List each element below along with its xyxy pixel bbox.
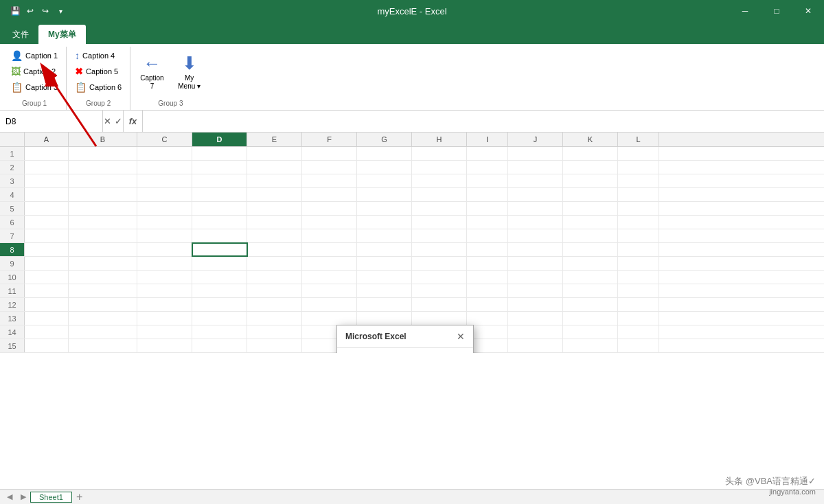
cell-L5[interactable] [618,202,659,215]
col-header-c[interactable]: C [137,133,192,146]
row-number-6[interactable]: 6 [0,216,25,229]
cell-H1[interactable] [412,147,467,160]
cell-H11[interactable] [412,284,467,297]
cell-B2[interactable] [69,161,137,174]
cell-L4[interactable] [618,188,659,201]
cell-K4[interactable] [563,188,618,201]
row-number-13[interactable]: 13 [0,312,25,325]
cell-K13[interactable] [563,312,618,325]
col-header-d[interactable]: D [192,133,247,146]
cell-E14[interactable] [247,325,302,339]
cell-H12[interactable] [412,298,467,311]
cell-L7[interactable] [618,229,659,242]
cell-L14[interactable] [618,325,659,339]
col-header-g[interactable]: G [357,133,412,146]
caption4-btn[interactable]: ↕ Caption 4 [71,48,126,63]
cell-E2[interactable] [247,161,302,174]
cell-J10[interactable] [508,271,563,284]
cell-J9[interactable] [508,257,563,270]
cell-G1[interactable] [357,147,412,160]
cell-J3[interactable] [508,174,563,187]
maximize-btn[interactable]: □ [761,0,792,22]
cell-A13[interactable] [25,312,69,325]
caption1-btn[interactable]: 👤 Caption 1 [7,48,62,63]
cell-D6[interactable] [192,216,247,229]
col-header-b[interactable]: B [69,133,137,146]
row-number-3[interactable]: 3 [0,174,25,187]
function-icon[interactable]: fx [124,111,143,132]
cell-C7[interactable] [137,229,192,242]
minimize-btn[interactable]: ─ [729,0,761,22]
cell-H4[interactable] [412,188,467,201]
cell-D12[interactable] [192,298,247,311]
cell-E11[interactable] [247,284,302,297]
cell-B1[interactable] [69,147,137,160]
cell-G13[interactable] [357,312,412,325]
dialog-close-btn[interactable]: ✕ [454,330,468,343]
cell-J11[interactable] [508,284,563,297]
qa-save-btn[interactable]: 💾 [8,4,22,18]
cell-B14[interactable] [69,325,137,339]
qa-undo-btn[interactable]: ↩ [23,4,37,18]
cell-A3[interactable] [25,174,69,187]
cell-K10[interactable] [563,271,618,284]
cell-D10[interactable] [192,271,247,284]
cell-K1[interactable] [563,147,618,160]
cell-E9[interactable] [247,257,302,270]
row-number-4[interactable]: 4 [0,188,25,201]
quick-access-toolbar[interactable]: 💾 ↩ ↪ ▾ [5,4,70,18]
add-sheet-btn[interactable]: + [76,491,82,503]
row-number-12[interactable]: 12 [0,298,25,311]
cell-F7[interactable] [302,229,357,242]
cell-F8[interactable] [302,243,357,256]
qa-dropdown-btn[interactable]: ▾ [54,4,67,18]
cell-H2[interactable] [412,161,467,174]
cell-D7[interactable] [192,229,247,242]
cell-I12[interactable] [467,298,508,311]
cell-A8[interactable] [25,243,69,256]
cell-E7[interactable] [247,229,302,242]
confirm-icon[interactable]: ✓ [115,111,124,132]
formula-input[interactable] [143,117,824,126]
cell-H10[interactable] [412,271,467,284]
close-btn[interactable]: ✕ [792,0,824,22]
row-number-8[interactable]: 8 [0,243,25,256]
cell-K8[interactable] [563,243,618,256]
cell-G7[interactable] [357,229,412,242]
sheet-scroll-left[interactable]: ◀ [3,492,16,501]
caption7-btn[interactable]: ← Caption7 [135,48,169,96]
cell-K15[interactable] [563,339,618,352]
cell-G5[interactable] [357,202,412,215]
cell-E6[interactable] [247,216,302,229]
mymenu-btn[interactable]: ⬇ MyMenu ▾ [172,48,207,96]
cell-D8[interactable] [192,243,247,256]
cell-H13[interactable] [412,312,467,325]
col-header-e[interactable]: E [247,133,302,146]
cell-L8[interactable] [618,243,659,256]
cell-C9[interactable] [137,257,192,270]
row-number-5[interactable]: 5 [0,202,25,215]
cell-H5[interactable] [412,202,467,215]
row-number-14[interactable]: 14 [0,325,25,339]
cell-A2[interactable] [25,161,69,174]
row-number-7[interactable]: 7 [0,229,25,242]
cell-D3[interactable] [192,174,247,187]
cell-G12[interactable] [357,298,412,311]
cell-F12[interactable] [302,298,357,311]
cell-E1[interactable] [247,147,302,160]
cell-F3[interactable] [302,174,357,187]
cell-I11[interactable] [467,284,508,297]
cell-K11[interactable] [563,284,618,297]
row-number-2[interactable]: 2 [0,161,25,174]
cell-F13[interactable] [302,312,357,325]
col-header-h[interactable]: H [412,133,467,146]
col-header-i[interactable]: I [467,133,508,146]
cell-A7[interactable] [25,229,69,242]
cell-L10[interactable] [618,271,659,284]
cell-C11[interactable] [137,284,192,297]
row-number-10[interactable]: 10 [0,271,25,284]
sheet-tab-1[interactable]: Sheet1 [30,492,72,503]
cell-F6[interactable] [302,216,357,229]
cell-F2[interactable] [302,161,357,174]
cell-C15[interactable] [137,339,192,352]
